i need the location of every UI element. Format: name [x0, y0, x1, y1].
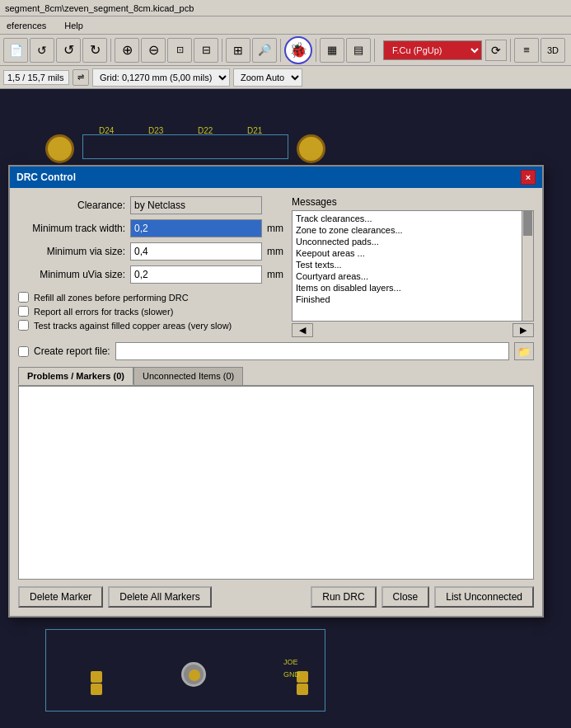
test-tracks-checkbox-row: Test tracks against filled copper areas … — [18, 320, 283, 331]
layer-manager-button[interactable]: ≡ — [514, 38, 539, 63]
delete-all-markers-button[interactable]: Delete All Markers — [108, 586, 211, 608]
min-track-row: Minimum track width: mm — [18, 219, 283, 237]
scrollbar-thumb — [523, 211, 532, 236]
create-report-checkbox[interactable] — [18, 346, 29, 357]
delete-marker-button[interactable]: Delete Marker — [18, 586, 103, 608]
undo-button[interactable]: ↺ — [56, 38, 81, 63]
pcb-pad-1 — [45, 134, 74, 163]
report-errors-checkbox[interactable] — [18, 306, 29, 317]
refill-checkbox-row: Refill all zones before performing DRC — [18, 292, 283, 303]
layer-select[interactable]: F.Cu (PgUp) B.Cu (PgDn) F.SilkS — [383, 40, 482, 60]
layer-select-area: F.Cu (PgUp) B.Cu (PgDn) F.SilkS ⟳ — [383, 40, 507, 61]
min-track-input[interactable] — [130, 219, 262, 237]
msg-3: Keepout areas ... — [296, 247, 530, 259]
run-drc-button[interactable]: Run DRC — [311, 586, 376, 608]
min-uvia-unit: mm — [267, 269, 283, 280]
secondary-toolbar: 1,5 / 15,7 mils ⇌ Grid: 0,1270 mm (5,00 … — [0, 66, 571, 89]
messages-scrollbar[interactable] — [522, 211, 533, 321]
close-button[interactable]: Close — [381, 586, 430, 608]
zoom-center-button[interactable]: ⊟ — [194, 38, 218, 63]
refill-label: Refill all zones before performing DRC — [34, 293, 189, 303]
drc-right-panel: Messages Track clearances... Zone to zon… — [292, 196, 534, 337]
msg-prev-button[interactable]: ◀ — [292, 323, 313, 337]
new-button[interactable]: 📄 — [3, 38, 28, 63]
toolbar-sep4 — [316, 39, 316, 62]
netlist-button[interactable]: ⊞ — [226, 38, 250, 63]
test-tracks-checkbox[interactable] — [18, 320, 29, 331]
messages-list: Track clearances... Zone to zone clearan… — [293, 211, 533, 307]
msg-6: Items on disabled layers... — [296, 282, 530, 294]
toolbar-sep1 — [110, 39, 111, 62]
inspect-button[interactable]: 🔎 — [252, 38, 277, 63]
toolbar-sep3 — [280, 39, 281, 62]
zoom-in-button[interactable]: ⊕ — [115, 38, 139, 63]
min-uvia-row: Minimum uVia size: mm — [18, 265, 283, 284]
menu-help[interactable]: Help — [61, 19, 87, 32]
label-gnd: GND — [283, 670, 300, 679]
drc-bug-button[interactable]: 🐞 — [284, 36, 312, 64]
tab-problems[interactable]: Problems / Markers (0) — [18, 367, 133, 385]
pcb-smd-pad-2 — [91, 683, 102, 695]
msg-4: Test texts... — [296, 259, 530, 270]
main-toolbar: 📄 ↺ ↺ ↻ ⊕ ⊖ ⊡ ⊟ ⊞ 🔎 🐞 ▦ ▤ F.Cu (PgUp) B.… — [0, 35, 571, 66]
tabs-row: Problems / Markers (0) Unconnected Items… — [18, 367, 534, 386]
drc-titlebar: DRC Control × — [10, 167, 542, 188]
messages-nav: ◀ ▶ — [292, 323, 534, 337]
min-via-label: Minimum via size: — [18, 246, 125, 257]
messages-label: Messages — [292, 196, 534, 208]
msg-2: Unconnected pads... — [296, 236, 530, 247]
refresh-button[interactable]: ⟳ — [485, 40, 507, 61]
report-file-row: Create report file: 📁 — [18, 342, 534, 360]
messages-box[interactable]: Track clearances... Zone to zone clearan… — [292, 210, 534, 322]
coord-unit-button[interactable]: ⇌ — [73, 69, 89, 86]
title-text: segment_8cm\zeven_segment_8cm.kicad_pcb — [5, 3, 194, 13]
results-panel — [18, 386, 534, 580]
msg-0: Track clearances... — [296, 213, 530, 224]
min-uvia-label: Minimum uVia size: — [18, 269, 125, 280]
zoom-out-button[interactable]: ⊖ — [141, 38, 166, 63]
grid-select[interactable]: Grid: 0,1270 mm (5,00 mils) — [92, 68, 230, 87]
msg-next-button[interactable]: ▶ — [512, 323, 534, 337]
3d-button[interactable]: 3D — [541, 38, 565, 63]
redo-button[interactable]: ↻ — [82, 38, 107, 63]
label-joe: JOE — [283, 658, 298, 666]
component-outline — [82, 134, 288, 159]
clearance-label: Clearance: — [18, 200, 125, 211]
min-via-input[interactable] — [130, 242, 262, 261]
drc-columns: Clearance: Minimum track width: mm Minim… — [18, 196, 534, 337]
zoom-select[interactable]: Zoom Auto — [233, 68, 302, 87]
min-track-unit: mm — [267, 223, 283, 234]
toolbar-sep6 — [510, 39, 511, 62]
toolbar-sep5 — [374, 39, 375, 62]
list-unconnected-button[interactable]: List Unconnected — [434, 586, 534, 608]
min-uvia-input[interactable] — [130, 265, 262, 284]
msg-1: Zone to zone clearances... — [296, 224, 530, 236]
report-errors-label: Report all errors for tracks (slower) — [34, 307, 173, 317]
clearance-row: Clearance: — [18, 196, 283, 214]
left-buttons-group: Delete Marker Delete All Markers — [18, 586, 212, 608]
msg-5: Courtyard areas... — [296, 270, 530, 282]
report-file-label: Create report file: — [34, 345, 110, 357]
refill-checkbox[interactable] — [18, 292, 29, 303]
map1-button[interactable]: ▦ — [320, 38, 344, 63]
drc-close-button[interactable]: × — [521, 170, 536, 185]
drc-dialog: DRC Control × Clearance: Minimum track w… — [8, 165, 544, 618]
report-errors-checkbox-row: Report all errors for tracks (slower) — [18, 306, 283, 317]
zoom-fit-button[interactable]: ⊡ — [167, 38, 192, 63]
pcb-smd-pad-1 — [91, 671, 102, 683]
report-file-input[interactable] — [115, 342, 509, 360]
drc-title: DRC Control — [16, 171, 76, 183]
pcb-smd-pad-4 — [297, 683, 308, 695]
min-track-label: Minimum track width: — [18, 223, 125, 234]
map2-button[interactable]: ▤ — [346, 38, 371, 63]
open-button[interactable]: ↺ — [30, 38, 54, 63]
tab-unconnected[interactable]: Unconnected Items (0) — [133, 367, 243, 385]
coordinates-display: 1,5 / 15,7 mils — [3, 70, 69, 85]
folder-browse-button[interactable]: 📁 — [514, 342, 534, 360]
menu-references[interactable]: eferences — [3, 19, 49, 32]
title-bar: segment_8cm\zeven_segment_8cm.kicad_pcb — [0, 0, 571, 16]
drc-left-panel: Clearance: Minimum track width: mm Minim… — [18, 196, 283, 337]
clearance-input[interactable] — [130, 196, 262, 214]
pcb-pad-2 — [297, 134, 325, 163]
drc-body: Clearance: Minimum track width: mm Minim… — [10, 188, 542, 616]
